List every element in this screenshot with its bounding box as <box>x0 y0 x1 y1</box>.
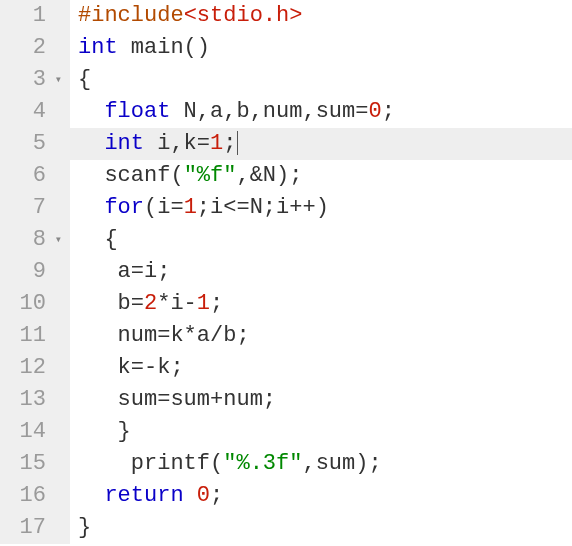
code-line[interactable]: float N,a,b,num,sum=0; <box>70 96 572 128</box>
keyword-token: int <box>104 131 144 156</box>
text-cursor <box>237 131 238 155</box>
code-text: ; <box>210 483 223 508</box>
code-area[interactable]: #include<stdio.h> int main() { float N,a… <box>70 0 572 544</box>
line-number: 15 <box>0 448 60 480</box>
code-line[interactable]: { <box>70 224 572 256</box>
code-text: ;i<=N;i++) <box>197 195 329 220</box>
code-text <box>184 483 197 508</box>
line-number-gutter: 1 2 3 4 5 6 7 8 9 10 11 12 13 14 15 16 1… <box>0 0 70 544</box>
code-text: N,a,b,num,sum= <box>170 99 368 124</box>
code-text: *i- <box>157 291 197 316</box>
line-number: 13 <box>0 384 60 416</box>
line-number: 11 <box>0 320 60 352</box>
line-number: 5 <box>0 128 60 160</box>
code-text: ; <box>289 163 302 188</box>
code-line[interactable]: return 0; <box>70 480 572 512</box>
code-text: (i= <box>144 195 184 220</box>
function-token: scanf <box>104 163 170 188</box>
keyword-token: float <box>104 99 170 124</box>
line-number: 14 <box>0 416 60 448</box>
code-line[interactable]: #include<stdio.h> <box>70 0 572 32</box>
line-number: 10 <box>0 288 60 320</box>
line-number: 1 <box>0 0 60 32</box>
line-number[interactable]: 3 <box>0 64 60 96</box>
line-number: 4 <box>0 96 60 128</box>
code-text: i,k= <box>144 131 210 156</box>
code-line[interactable]: scanf("%f",&N); <box>70 160 572 192</box>
code-line[interactable]: for(i=1;i<=N;i++) <box>70 192 572 224</box>
code-line[interactable]: sum=sum+num; <box>70 384 572 416</box>
line-number: 7 <box>0 192 60 224</box>
code-text: ( <box>210 451 223 476</box>
string-token: "%.3f" <box>223 451 302 476</box>
code-text: ,sum) <box>302 451 368 476</box>
code-text: a=i; <box>104 259 170 284</box>
code-line[interactable]: printf("%.3f",sum); <box>70 448 572 480</box>
number-token: 1 <box>210 131 223 156</box>
line-number: 12 <box>0 352 60 384</box>
code-line[interactable]: } <box>70 512 572 544</box>
code-text: { <box>104 227 117 252</box>
line-number: 16 <box>0 480 60 512</box>
include-header-token: <stdio.h> <box>184 3 303 28</box>
code-text: { <box>78 67 91 92</box>
number-token: 2 <box>144 291 157 316</box>
line-number[interactable]: 8 <box>0 224 60 256</box>
code-line[interactable]: k=-k; <box>70 352 572 384</box>
line-number: 2 <box>0 32 60 64</box>
code-line[interactable]: { <box>70 64 572 96</box>
code-text: ; <box>382 99 395 124</box>
number-token: 0 <box>368 99 381 124</box>
code-text: } <box>104 419 130 444</box>
code-text: ; <box>368 451 381 476</box>
code-line-active[interactable]: int i,k=1; <box>70 128 572 160</box>
code-text: ; <box>210 291 223 316</box>
code-text: main() <box>118 35 210 60</box>
code-line[interactable]: } <box>70 416 572 448</box>
code-text: b= <box>104 291 144 316</box>
code-text: } <box>78 515 91 540</box>
code-line[interactable]: num=k*a/b; <box>70 320 572 352</box>
code-text: ( <box>170 163 183 188</box>
code-editor: 1 2 3 4 5 6 7 8 9 10 11 12 13 14 15 16 1… <box>0 0 572 544</box>
code-text: k=-k; <box>104 355 183 380</box>
line-number: 9 <box>0 256 60 288</box>
line-number: 6 <box>0 160 60 192</box>
number-token: 0 <box>197 483 210 508</box>
number-token: 1 <box>197 291 210 316</box>
code-text: sum=sum+num; <box>104 387 276 412</box>
code-line[interactable]: int main() <box>70 32 572 64</box>
code-text: ; <box>223 131 236 156</box>
code-text: num=k*a/b; <box>104 323 249 348</box>
number-token: 1 <box>184 195 197 220</box>
keyword-token: int <box>78 35 118 60</box>
preprocessor-token: #include <box>78 3 184 28</box>
function-token: printf <box>131 451 210 476</box>
code-line[interactable]: b=2*i-1; <box>70 288 572 320</box>
code-line[interactable]: a=i; <box>70 256 572 288</box>
keyword-token: for <box>104 195 144 220</box>
line-number: 17 <box>0 512 60 544</box>
string-token: "%f" <box>184 163 237 188</box>
keyword-token: return <box>104 483 183 508</box>
code-text: ,&N) <box>236 163 289 188</box>
